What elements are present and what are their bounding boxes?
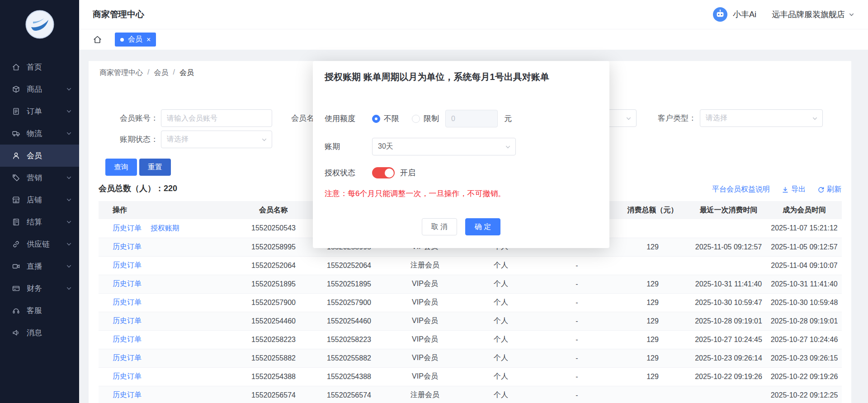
history-orders-link[interactable]: 历史订单: [113, 280, 142, 287]
member-cell: 2025-10-31 11:41:40: [690, 275, 767, 293]
sidebar-item-supply-chain[interactable]: 供应链: [0, 233, 79, 255]
tab-label: 会员: [128, 35, 142, 44]
member-rights-link[interactable]: 平台会员权益说明: [712, 185, 770, 194]
member-account-label: 会员账号：: [99, 109, 158, 127]
member-cell: -: [539, 312, 615, 330]
chevron-down-icon: [66, 131, 72, 136]
member-cell: 15520254388: [236, 367, 311, 386]
sidebar-item-goods[interactable]: 商品: [0, 78, 79, 100]
store-switcher[interactable]: 远丰品牌服装旗舰店: [772, 9, 854, 20]
sidebar-item-label: 财务: [27, 283, 42, 294]
settlement-icon: [12, 218, 21, 226]
chevron-down-icon: [812, 116, 818, 122]
member-cell: 129: [615, 238, 690, 256]
member-cell: 129: [615, 275, 690, 293]
home-tab-button[interactable]: [93, 35, 102, 44]
tab-members[interactable]: 会员 ×: [115, 33, 156, 47]
history-orders-link[interactable]: 历史订单: [113, 224, 142, 232]
member-cell: 个人: [463, 256, 539, 275]
quota-limited-radio[interactable]: 限制: [412, 113, 439, 124]
sidebar-item-home[interactable]: 首页: [0, 56, 79, 78]
member-cell: 2025-10-22 09:19:26: [690, 367, 767, 386]
sidebar-item-members[interactable]: 会员: [0, 145, 79, 167]
quota-limit-input[interactable]: [445, 110, 498, 127]
breadcrumb-item[interactable]: 商家管理中心: [99, 68, 143, 78]
export-link[interactable]: 导出: [782, 185, 806, 194]
history-orders-link[interactable]: 历史订单: [113, 335, 142, 343]
sidebar-item-finance[interactable]: 财务: [0, 277, 79, 300]
member-total-value: 220: [164, 184, 177, 193]
member-cell: 个人: [463, 349, 539, 367]
member-cell: [615, 256, 690, 275]
sidebar-item-shop[interactable]: 店铺: [0, 189, 79, 211]
page-title: 商家管理中心: [93, 9, 144, 20]
refresh-link[interactable]: 刷新: [817, 185, 841, 194]
member-cell: 129: [615, 349, 690, 367]
history-orders-link[interactable]: 历史订单: [113, 261, 142, 269]
sidebar-item-customer-service[interactable]: 客服: [0, 300, 79, 322]
member-cell: [690, 219, 767, 238]
sidebar-item-label: 物流: [27, 128, 42, 139]
breadcrumb-item[interactable]: 会员: [154, 68, 168, 78]
member-cell: -: [539, 275, 615, 293]
sidebar-item-label: 订单: [27, 106, 42, 117]
link-label: 刷新: [827, 185, 841, 194]
close-icon[interactable]: ×: [146, 36, 151, 43]
quota-unit: 元: [504, 113, 512, 124]
history-orders-link[interactable]: 历史订单: [113, 298, 142, 306]
member-cell: 15520252064: [311, 256, 387, 275]
member-cell: 129: [615, 312, 690, 330]
row-actions: 历史订单授权账期: [99, 219, 236, 238]
member-cell: VIP会员: [387, 367, 463, 386]
member-account-input[interactable]: [161, 109, 272, 127]
search-button[interactable]: 查询: [105, 159, 137, 176]
member-row: 历史订单1552025438815520254388VIP会员个人-129202…: [99, 367, 842, 386]
sidebar-item-logistics[interactable]: 物流: [0, 122, 79, 145]
marketing-icon: [12, 173, 21, 182]
member-cell: 15520257900: [236, 293, 311, 312]
billing-status-select[interactable]: 请选择: [161, 131, 272, 148]
auth-status-toggle[interactable]: [372, 167, 395, 178]
authorize-billing-link[interactable]: 授权账期: [151, 224, 179, 232]
member-cell: 个人: [463, 330, 539, 349]
row-actions: 历史订单: [99, 349, 236, 367]
sidebar-item-label: 店铺: [27, 195, 42, 205]
toggle-knob: [385, 169, 394, 178]
history-orders-link[interactable]: 历史订单: [113, 354, 142, 361]
customer-type-select[interactable]: 请选择: [700, 109, 823, 127]
member-cell: 个人: [463, 312, 539, 330]
sidebar-nav: 首页商品订单物流会员营销店铺结算供应链直播财务客服消息: [0, 56, 79, 344]
customer-type-label: 客户类型：: [651, 109, 696, 127]
supply-chain-icon: [12, 240, 21, 248]
quota-unlimited-radio[interactable]: 不限: [372, 113, 399, 124]
sidebar-item-settlement[interactable]: 结算: [0, 211, 79, 233]
confirm-button[interactable]: 确 定: [465, 218, 500, 235]
row-actions: 历史订单: [99, 386, 236, 403]
sidebar-item-orders[interactable]: 订单: [0, 100, 79, 122]
member-cell: 2025-10-28 09:19:01: [767, 312, 842, 330]
member-cell: 2025-10-30 10:59:47: [690, 293, 767, 312]
breadcrumb-separator: /: [147, 68, 149, 78]
row-actions: 历史订单: [99, 238, 236, 256]
row-actions: 历史订单: [99, 367, 236, 386]
sidebar-item-marketing[interactable]: 营销: [0, 167, 79, 189]
row-actions: 历史订单: [99, 256, 236, 275]
column-header: 会员名称: [236, 201, 311, 219]
chevron-down-icon: [66, 108, 72, 114]
history-orders-link[interactable]: 历史订单: [113, 391, 142, 398]
column-header: 消费总额（元）: [615, 201, 690, 219]
store-name: 远丰品牌服装旗舰店: [772, 9, 845, 20]
history-orders-link[interactable]: 历史订单: [113, 372, 142, 380]
home-icon: [12, 63, 21, 71]
member-cell: 15520251895: [236, 275, 311, 293]
auth-status-state: 开启: [400, 168, 415, 178]
member-cell: 15520251895: [311, 275, 387, 293]
sidebar-item-live[interactable]: 直播: [0, 255, 79, 277]
sidebar-item-message[interactable]: 消息: [0, 322, 79, 344]
history-orders-link[interactable]: 历史订单: [113, 243, 142, 250]
history-orders-link[interactable]: 历史订单: [113, 317, 142, 324]
billing-cycle-select[interactable]: 30天: [372, 138, 516, 155]
reset-button[interactable]: 重置: [139, 159, 171, 176]
user-avatar[interactable]: [713, 7, 727, 22]
cancel-button[interactable]: 取 消: [422, 218, 457, 235]
